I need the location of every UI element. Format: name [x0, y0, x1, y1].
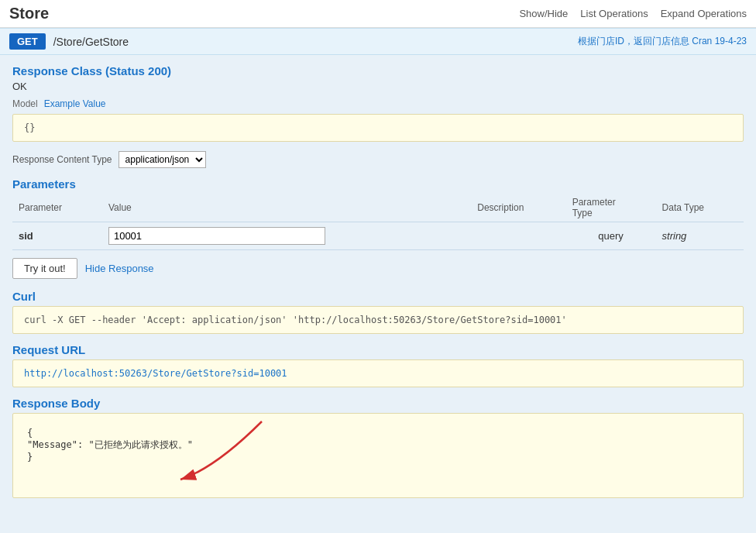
params-header-row: Parameter Value Description ParameterTyp…	[12, 194, 744, 222]
top-bar-links: Show/Hide List Operations Expand Operati…	[519, 8, 747, 19]
example-value-link[interactable]: Example Value	[44, 98, 106, 109]
response-class-section: Response Class (Status 200) OK Model Exa…	[12, 64, 744, 142]
param-type-sid: query	[566, 222, 656, 250]
curl-code-box: curl -X GET --header 'Accept: applicatio…	[12, 306, 744, 334]
col-value: Value	[102, 194, 471, 222]
example-value-box: {}	[12, 114, 744, 142]
top-bar: Store Show/Hide List Operations Expand O…	[0, 0, 756, 28]
response-class-title: Response Class (Status 200)	[12, 64, 744, 77]
response-body-title: Response Body	[12, 397, 744, 410]
col-parameter-type: ParameterType	[566, 194, 656, 222]
param-description-sid	[471, 222, 565, 250]
endpoint-description: 根据门店ID，返回门店信息 Cran 19-4-23	[578, 35, 747, 48]
parameters-title: Parameters	[12, 177, 744, 191]
request-url-title: Request URL	[12, 343, 744, 356]
hide-response-link[interactable]: Hide Response	[85, 263, 154, 274]
response-json: { "Message": "已拒绝为此请求授权。" }	[27, 428, 729, 463]
response-line-1: {	[27, 428, 729, 438]
try-it-out-button[interactable]: Try it out!	[12, 258, 77, 279]
model-label: Model	[12, 98, 38, 109]
show-hide-link[interactable]: Show/Hide	[519, 8, 568, 19]
col-data-type: Data Type	[656, 194, 744, 222]
endpoint-path: /Store/GetStore	[53, 36, 129, 48]
param-data-type-sid: string	[656, 222, 744, 250]
model-row: Model Example Value	[12, 98, 744, 109]
col-description: Description	[471, 194, 565, 222]
actions-row: Try it out! Hide Response	[12, 258, 744, 279]
request-url: http://localhost:50263/Store/GetStore?si…	[24, 368, 287, 379]
param-name-sid: sid	[19, 230, 33, 242]
response-content-type-label: Response Content Type	[12, 154, 112, 165]
request-url-box: http://localhost:50263/Store/GetStore?si…	[12, 359, 744, 387]
col-parameter: Parameter	[12, 194, 102, 222]
response-body-box: { "Message": "已拒绝为此请求授权。" }	[12, 413, 744, 498]
parameters-section: Parameters Parameter Value Description P…	[12, 177, 744, 250]
parameters-table: Parameter Value Description ParameterTyp…	[12, 194, 744, 250]
endpoint-left: GET /Store/GetStore	[9, 33, 129, 50]
content-type-select[interactable]: application/json	[119, 151, 206, 168]
curl-code: curl -X GET --header 'Accept: applicatio…	[24, 315, 567, 325]
curl-section: Curl curl -X GET --header 'Accept: appli…	[12, 290, 744, 334]
response-content-type-row: Response Content Type application/json	[12, 151, 744, 168]
curl-title: Curl	[12, 290, 744, 303]
response-class-status: OK	[12, 81, 744, 92]
request-url-section: Request URL http://localhost:50263/Store…	[12, 343, 744, 387]
main-content: Response Class (Status 200) OK Model Exa…	[0, 55, 756, 533]
response-line-3: }	[27, 452, 729, 463]
param-value-input-sid[interactable]	[108, 227, 325, 245]
method-badge: GET	[9, 33, 46, 50]
response-body-section: Response Body { "Message": "已拒绝为此请求授权。" …	[12, 397, 744, 498]
endpoint-bar: GET /Store/GetStore 根据门店ID，返回门店信息 Cran 1…	[0, 28, 756, 55]
expand-operations-link[interactable]: Expand Operations	[661, 8, 747, 19]
table-row: sid query string	[12, 222, 744, 250]
example-code: {}	[24, 122, 35, 133]
response-line-2: "Message": "已拒绝为此请求授权。"	[27, 438, 729, 452]
page-title: Store	[9, 5, 49, 22]
list-operations-link[interactable]: List Operations	[580, 8, 648, 19]
